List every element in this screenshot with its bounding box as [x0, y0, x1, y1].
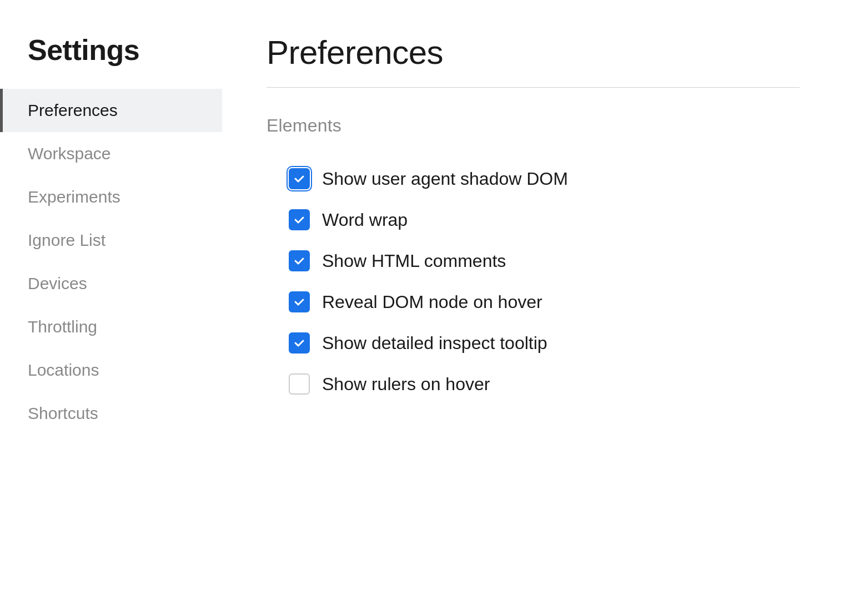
checkbox-shadow-dom[interactable]	[289, 168, 310, 189]
section-title-elements: Elements	[267, 115, 800, 136]
checkbox-label-rulers: Show rulers on hover	[322, 374, 490, 395]
checkbox-item-shadow-dom[interactable]: Show user agent shadow DOM	[289, 158, 800, 199]
checkbox-list: Show user agent shadow DOM Word wrap Sho…	[267, 158, 800, 405]
checkbox-inspect-tooltip[interactable]	[289, 332, 310, 354]
checkbox-item-html-comments[interactable]: Show HTML comments	[289, 240, 800, 281]
checkbox-label-reveal-dom: Reveal DOM node on hover	[322, 292, 542, 312]
checkbox-item-word-wrap[interactable]: Word wrap	[289, 199, 800, 240]
checkbox-item-rulers[interactable]: Show rulers on hover	[289, 363, 800, 405]
checkbox-item-reveal-dom[interactable]: Reveal DOM node on hover	[289, 281, 800, 322]
sidebar-item-workspace[interactable]: Workspace	[0, 132, 222, 175]
sidebar-nav: PreferencesWorkspaceExperimentsIgnore Li…	[0, 89, 222, 435]
sidebar-item-throttling[interactable]: Throttling	[0, 305, 222, 349]
sidebar-item-locations[interactable]: Locations	[0, 349, 222, 392]
sections-container: Elements Show user agent shadow DOM Word…	[267, 115, 800, 405]
sidebar: Settings PreferencesWorkspaceExperiments…	[0, 0, 222, 616]
sidebar-item-ignore-list[interactable]: Ignore List	[0, 219, 222, 262]
checkbox-label-inspect-tooltip: Show detailed inspect tooltip	[322, 333, 547, 354]
main-content: Preferences Elements Show user agent sha…	[222, 0, 844, 616]
divider	[267, 87, 800, 88]
checkbox-word-wrap[interactable]	[289, 209, 310, 230]
section-elements: Elements Show user agent shadow DOM Word…	[267, 115, 800, 405]
checkbox-rulers[interactable]	[289, 373, 310, 395]
checkbox-label-word-wrap: Word wrap	[322, 210, 408, 230]
checkbox-item-inspect-tooltip[interactable]: Show detailed inspect tooltip	[289, 322, 800, 363]
page-title: Preferences	[267, 33, 800, 72]
checkbox-label-shadow-dom: Show user agent shadow DOM	[322, 169, 568, 189]
sidebar-item-preferences[interactable]: Preferences	[0, 89, 222, 132]
sidebar-item-devices[interactable]: Devices	[0, 262, 222, 305]
checkbox-label-html-comments: Show HTML comments	[322, 251, 506, 271]
sidebar-item-experiments[interactable]: Experiments	[0, 175, 222, 219]
checkbox-html-comments[interactable]	[289, 250, 310, 271]
sidebar-item-shortcuts[interactable]: Shortcuts	[0, 392, 222, 435]
sidebar-title: Settings	[0, 33, 222, 89]
checkbox-reveal-dom[interactable]	[289, 291, 310, 312]
